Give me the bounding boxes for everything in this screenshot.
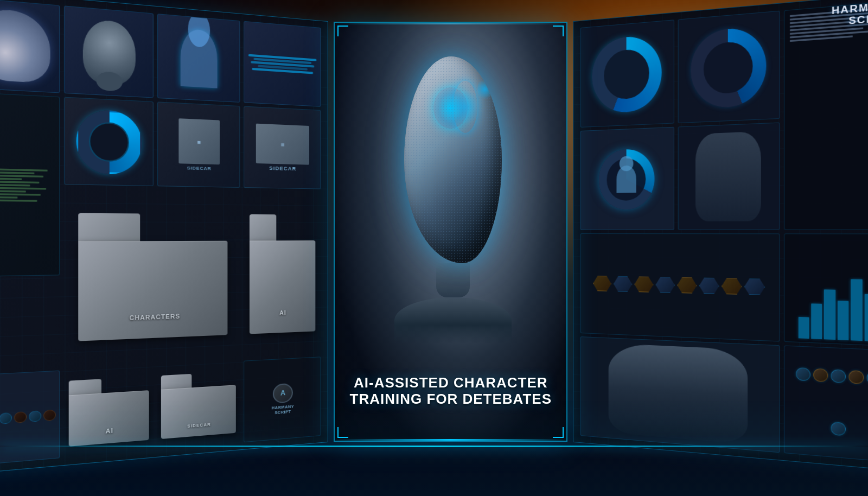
code-line [0, 199, 37, 202]
r-cell-hexagons [580, 233, 780, 341]
cell-code [0, 92, 60, 277]
cell-sidecar-1: ▦ SIDECAR [157, 101, 240, 187]
r-cell-text-col3 [784, 1, 868, 230]
gauge-ring [76, 109, 142, 174]
person-silhouette [181, 29, 218, 88]
profile-inner [607, 157, 646, 200]
cell-cloud-thumbnail [0, 0, 60, 93]
code-line [0, 187, 46, 190]
sidecar-icon: ▦ [178, 118, 219, 165]
ai-top-folder-icon: AI [250, 214, 315, 334]
code-line [0, 168, 48, 171]
r-bar-5 [851, 279, 863, 341]
cell-characters-folder[interactable]: CHARACTERS [64, 188, 240, 366]
r-bar-1 [799, 317, 809, 339]
cell-person-thumbnail [157, 14, 240, 103]
gauge-inner [89, 122, 129, 162]
main-scene: ▦ SIDECAR ▦ SIDECAR CHARACTERS [0, 0, 868, 496]
hex-3 [635, 277, 654, 293]
r-cell-gauge [580, 20, 674, 127]
r-cell-barchart [784, 233, 868, 346]
characters-folder-label: CHARACTERS [78, 311, 227, 323]
cell-sidecar-large: ▦ SIDECAR [244, 106, 321, 189]
cloud-image [0, 8, 50, 83]
r-gauge-2 [691, 26, 766, 109]
code-line [0, 190, 26, 193]
r-bar-4 [838, 301, 849, 340]
face-image [83, 18, 136, 86]
sidecar-label-1: SIDECAR [187, 166, 212, 171]
hex-6 [699, 278, 719, 294]
small-circle-4 [848, 370, 864, 384]
cell-ai-top-folder[interactable]: AI [244, 191, 321, 358]
sidecar-large-icon-text: ▦ [281, 142, 285, 147]
folder-body-2: AI [250, 240, 315, 334]
r-bar-2 [812, 303, 822, 339]
code-line [0, 177, 22, 180]
folder-body: CHARACTERS [78, 241, 227, 341]
profile-circle [599, 148, 655, 209]
panel-middle: AI-ASSISTED CHARACTER TRAINING FOR DETEB… [334, 22, 567, 442]
r-gauge-2-inner [704, 41, 752, 95]
r-cell-profile [580, 126, 674, 230]
small-circle-3 [831, 369, 846, 383]
r-bar-3 [825, 289, 836, 339]
cell-face-thumbnail [64, 5, 153, 98]
panels-container: ▦ SIDECAR ▦ SIDECAR CHARACTERS [16, 22, 852, 442]
characters-folder-icon: CHARACTERS [78, 213, 227, 341]
corner-decoration-tr [553, 26, 564, 36]
code-line [0, 196, 17, 199]
hex-2 [614, 276, 632, 292]
corner-decoration-tl [337, 26, 348, 36]
code-line [0, 183, 30, 186]
code-line [0, 171, 35, 174]
cell-lines-thumbnail [244, 21, 321, 107]
floor-reflection [0, 398, 868, 496]
neck [436, 263, 470, 298]
r-bar-6 [865, 294, 868, 341]
small-circle-1 [796, 367, 810, 381]
code-line [0, 180, 39, 183]
head-shape [404, 56, 501, 263]
dot-texture [404, 56, 501, 263]
cell-gauge-1 [64, 97, 153, 186]
hex-8 [744, 278, 765, 295]
hex-5 [678, 277, 697, 294]
small-portrait [695, 131, 761, 221]
shoulder [394, 297, 511, 344]
code-line [0, 174, 43, 177]
r-gauge [592, 34, 662, 114]
sidecar-icon-text: ▦ [197, 139, 201, 144]
r-bars [799, 268, 868, 341]
r-gauge-inner [604, 48, 649, 100]
code-line [0, 193, 41, 196]
harmany-script-overlay: HARMANYSCRIPT [832, 0, 868, 28]
r-cell-gauge-2 [678, 11, 780, 123]
sidecar-large-label: SIDECAR [269, 166, 296, 172]
sidecar-large-icon: ▦ [256, 124, 309, 165]
hex-4 [656, 277, 675, 293]
ai-top-folder-label: AI [250, 309, 315, 317]
r-cell-small-portrait [678, 122, 780, 230]
profile-person [617, 166, 636, 193]
hex-1 [593, 276, 612, 291]
glow-line [0, 446, 868, 447]
ai-head [404, 56, 501, 287]
circuit-mark [453, 81, 477, 132]
small-circle-2 [813, 368, 828, 383]
hex-7 [722, 278, 742, 295]
